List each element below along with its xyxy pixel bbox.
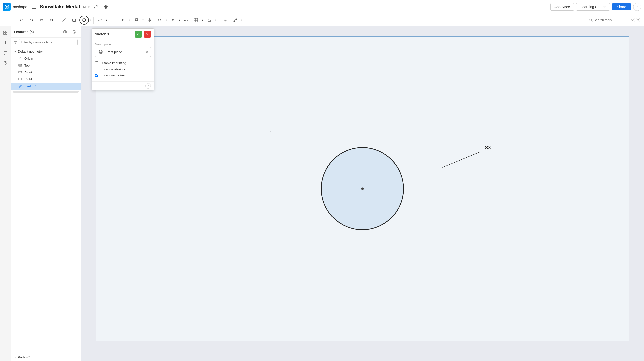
chevron-down-icon6: ▾ <box>179 19 180 21</box>
sketch-plane-name: Front plane <box>106 50 144 54</box>
svg-rect-13 <box>186 20 186 21</box>
sketch-overlay-content: Sketch plane Front plane ✕ Disable impri… <box>92 40 154 81</box>
sketch-help-icon[interactable]: ? <box>145 83 151 89</box>
export-tool[interactable] <box>204 16 214 25</box>
offset-tool[interactable] <box>132 16 141 25</box>
disable-imprinting-row[interactable]: Disable imprinting <box>95 60 151 66</box>
chevron-down-icon <box>14 50 16 53</box>
features-item-top[interactable]: Top <box>11 62 80 69</box>
features-parts-header[interactable]: Parts (0) <box>14 355 78 359</box>
offset-dropdown[interactable]: ▾ <box>142 18 144 22</box>
main-area: Features (5) <box>0 26 644 361</box>
link-icon[interactable] <box>92 3 100 11</box>
svg-point-1 <box>6 6 8 8</box>
features-item-label-front: Front <box>24 70 32 74</box>
features-timer-icon[interactable] <box>70 28 78 35</box>
chevron-parts-icon <box>14 356 16 359</box>
trim-tool[interactable]: ✂ <box>155 16 164 25</box>
search-tools-field[interactable] <box>594 18 628 22</box>
svg-rect-17 <box>194 20 196 22</box>
sketch-plane-selector[interactable]: Front plane ✕ <box>95 47 151 57</box>
line-tool[interactable] <box>59 16 69 25</box>
svg-rect-2 <box>5 19 8 19</box>
rectangle-tool[interactable] <box>69 16 79 25</box>
svg-point-40 <box>99 50 102 53</box>
features-filter-icon <box>14 41 17 44</box>
svg-point-32 <box>64 32 66 33</box>
features-item-sketch1[interactable]: Sketch 1 <box>11 83 80 90</box>
viewport[interactable]: Sketch 1 ✓ ✕ Sketch plane Front plane ✕ <box>81 26 644 361</box>
left-icon-features[interactable] <box>1 28 10 37</box>
copy2-dropdown[interactable]: ▾ <box>178 18 181 22</box>
disable-imprinting-checkbox[interactable] <box>95 61 98 65</box>
spline-tool[interactable] <box>95 16 105 25</box>
features-capture-icon[interactable] <box>62 28 68 35</box>
circle-dropdown[interactable]: ▾ <box>89 18 92 22</box>
grid-tool[interactable] <box>191 16 201 25</box>
sketch-overlay-footer: ? <box>92 81 154 90</box>
logo: onshape <box>3 3 28 11</box>
show-constraints-label: Show constraints <box>100 67 125 71</box>
top-plane-icon <box>18 63 22 67</box>
show-overdefined-row[interactable]: Show overdefined <box>95 72 151 78</box>
svg-rect-4 <box>5 21 8 21</box>
export-dropdown[interactable]: ▾ <box>214 18 217 22</box>
trim-dropdown[interactable]: ▾ <box>165 18 168 22</box>
features-item-label-right: Right <box>24 77 32 81</box>
features-search-input[interactable] <box>19 39 78 45</box>
app-store-button[interactable]: App Store <box>550 3 574 11</box>
features-item-origin[interactable]: ⊙ Origin <box>11 55 80 62</box>
rotate-button[interactable]: ↻ <box>46 16 56 25</box>
feature-list-icon[interactable] <box>2 16 12 25</box>
linear-pattern-tool[interactable] <box>181 16 191 25</box>
pointer-tool[interactable] <box>220 16 230 25</box>
hamburger-icon[interactable]: ☰ <box>30 3 38 11</box>
svg-line-5 <box>62 19 66 22</box>
svg-rect-18 <box>196 20 198 22</box>
toolbar: ↩ ↪ ⧉ ↻ ▾ ▾ · T ▾ ▾ <box>0 14 644 26</box>
chevron-down-icon5: ▾ <box>166 19 167 21</box>
left-icon-comment[interactable] <box>1 48 10 57</box>
show-overdefined-label: Show overdefined <box>100 73 126 77</box>
disable-imprinting-label: Disable imprinting <box>100 61 126 65</box>
features-item-right[interactable]: Right <box>11 76 80 83</box>
learning-center-button[interactable]: Learning Center <box>576 3 610 11</box>
constraint-dropdown[interactable]: ▾ <box>240 18 243 22</box>
undo-button[interactable]: ↩ <box>17 16 26 25</box>
topbar: onshape ☰ Snowflake Medal Main App Store… <box>0 0 644 14</box>
sketch-plane-clear-icon[interactable]: ✕ <box>146 50 148 54</box>
search-shortcut2: C <box>636 18 640 22</box>
share-button[interactable]: Share <box>612 3 631 10</box>
features-group-default-geometry[interactable]: Default geometry <box>11 48 80 55</box>
text-dropdown[interactable]: ▾ <box>128 18 131 22</box>
circle-tool[interactable] <box>79 16 89 25</box>
left-icon-add[interactable] <box>1 38 10 47</box>
features-item-label-origin: Origin <box>24 56 33 60</box>
copy-button[interactable]: ⧉ <box>37 16 46 25</box>
show-constraints-row[interactable]: Show constraints <box>95 66 151 72</box>
sketch-cancel-button[interactable]: ✕ <box>144 31 151 38</box>
svg-rect-16 <box>196 18 198 20</box>
mirror-tool[interactable] <box>145 16 154 25</box>
graduate-icon[interactable] <box>102 3 110 11</box>
copy2-button[interactable]: ⧉ <box>168 16 178 25</box>
right-plane-icon <box>18 77 22 81</box>
left-icon-history[interactable] <box>1 58 10 67</box>
point-tool[interactable]: · <box>108 16 118 25</box>
show-constraints-checkbox[interactable] <box>95 67 98 71</box>
search-tools-input[interactable]: ⌥ C <box>587 17 642 23</box>
sketch-overlay-header: Sketch 1 ✓ ✕ <box>92 29 154 40</box>
show-overdefined-checkbox[interactable] <box>95 74 98 77</box>
features-scrollbar[interactable] <box>13 91 78 93</box>
chevron-down-icon2: ▾ <box>106 19 107 21</box>
features-item-front[interactable]: Front <box>11 69 80 76</box>
text-tool[interactable]: T <box>118 16 128 25</box>
sketch-ok-button[interactable]: ✓ <box>135 31 142 38</box>
redo-button[interactable]: ↪ <box>27 16 36 25</box>
sketch-plane-label: Sketch plane <box>95 43 151 46</box>
constraint-tool[interactable] <box>230 16 240 25</box>
spline-dropdown[interactable]: ▾ <box>105 18 108 22</box>
grid-dropdown[interactable]: ▾ <box>201 18 204 22</box>
features-item-label-top: Top <box>24 63 30 67</box>
help-icon[interactable]: ? <box>633 3 641 11</box>
